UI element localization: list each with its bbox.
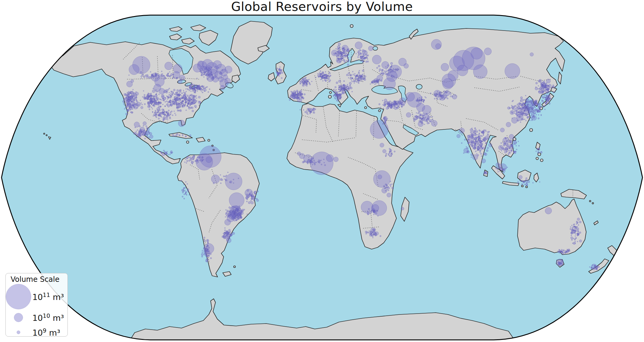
reservoir-bubble [348,90,349,91]
reservoir-bubble [396,69,397,70]
island-falklands [234,266,235,268]
reservoir-bubble [194,105,196,107]
reservoir-bubble [393,108,394,109]
reservoir-bubble [360,77,361,78]
reservoir-bubble [562,251,564,253]
reservoir-bubble [522,107,524,109]
reservoir-bubble [220,183,222,184]
reservoir-bubble [369,231,370,232]
reservoir-bubble [125,94,127,96]
reservoir-bubble [337,60,338,62]
reservoir-bubble [167,119,168,120]
reservoir-bubble [176,92,178,94]
reservoir-bubble [375,212,377,214]
reservoir-bubble [435,44,441,49]
reservoir-bubble [225,232,227,233]
reservoir-bubble [309,113,310,114]
reservoir-bubble [199,102,201,103]
reservoir-bubble [391,103,393,105]
reservoir-bubble [434,94,435,96]
reservoir-bubble [170,112,171,112]
reservoir-bubble [178,93,180,96]
reservoir-bubble [226,180,227,181]
reservoir-bubble [427,119,428,119]
legend-item-label: 109 m³ [32,327,60,337]
reservoir-bubble [166,91,168,93]
reservoir-bubble [445,95,447,97]
reservoir-bubble [390,71,391,72]
reservoir-bubble [183,100,184,101]
reservoir-bubble [237,214,238,215]
reservoir-bubble [388,155,389,155]
reservoir-bubble [130,112,131,113]
reservoir-bubble [153,97,154,99]
reservoir-bubble [341,87,343,89]
reservoir-bubble [225,66,232,73]
reservoir-bubble [523,113,524,114]
reservoir-bubble [356,75,357,76]
reservoir-bubble [540,91,543,94]
reservoir-bubble [192,84,193,85]
reservoir-bubble [191,104,192,105]
reservoir-bubble [194,84,195,86]
reservoir-bubble [425,117,426,118]
reservoir-bubble [225,217,226,217]
reservoir-bubble [225,227,225,228]
reservoir-bubble [546,99,547,100]
reservoir-bubble [130,104,131,105]
reservoir-bubble [523,102,524,103]
reservoir-bubble [203,88,204,89]
reservoir-bubble [374,81,376,83]
reservoir-bubble [191,91,192,92]
reservoir-bubble [546,102,547,103]
reservoir-bubble [338,93,340,95]
reservoir-bubble [143,97,146,99]
reservoir-bubble [182,196,183,197]
reservoir-bubble [546,104,547,106]
reservoir-bubble [467,151,469,152]
reservoir-bubble [127,94,129,96]
reservoir-bubble [512,118,513,119]
reservoir-bubble [396,107,399,109]
reservoir-bubble [162,96,165,99]
reservoir-bubble [342,86,343,87]
reservoir-bubble [338,80,341,82]
reservoir-bubble [337,56,337,57]
world-map [0,0,644,342]
reservoir-bubble [466,146,467,147]
reservoir-bubble [529,120,531,121]
reservoir-bubble [518,120,519,121]
reservoir-bubble [222,70,223,71]
reservoir-bubble [233,183,234,184]
reservoir-bubble [173,89,175,91]
reservoir-bubble [129,92,131,94]
reservoir-bubble [203,74,204,75]
reservoir-bubble [250,194,251,196]
reservoir-bubble [444,93,445,93]
reservoir-bubble [487,131,489,133]
reservoir-bubble [382,70,383,71]
reservoir-bubble [228,215,231,217]
reservoir-bubble [523,119,524,120]
reservoir-bubble [505,64,520,79]
reservoir-bubble [390,69,391,70]
reservoir-bubble [339,99,340,100]
reservoir-bubble [522,112,523,113]
reservoir-bubble [134,102,135,103]
reservoir-bubble [165,117,167,119]
reservoir-bubble [209,253,212,255]
reservoir-bubble [185,102,186,103]
reservoir-bubble [321,73,322,74]
reservoir-bubble [238,178,239,179]
reservoir-bubble [131,107,132,108]
reservoir-bubble [313,111,314,112]
reservoir-bubble [144,103,146,105]
reservoir-bubble [531,102,532,104]
reservoir-bubble [337,49,338,50]
reservoir-bubble [346,74,348,76]
reservoir-bubble [166,74,169,76]
reservoir-bubble [149,132,152,135]
reservoir-bubble [527,114,528,115]
reservoir-bubble [299,98,301,100]
reservoir-bubble [576,227,577,228]
